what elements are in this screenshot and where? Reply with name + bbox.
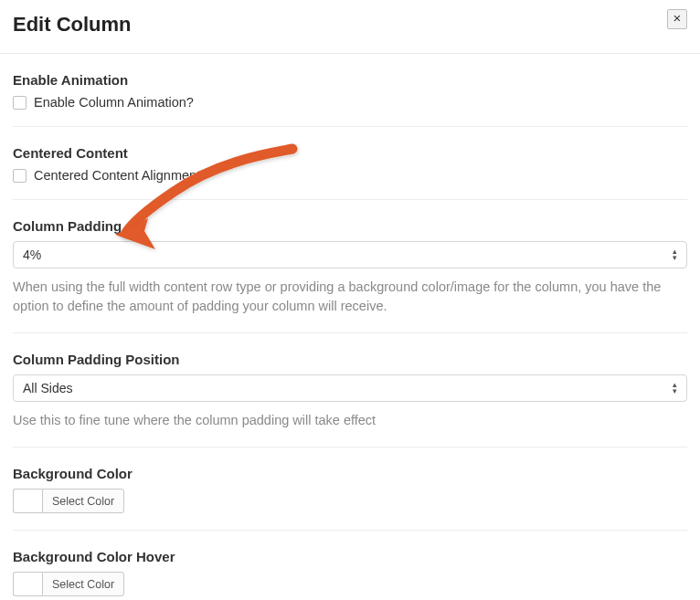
modal-header: Edit Column × (0, 0, 700, 54)
section-column-padding: Column Padding 4% ▴▾ When using the full… (13, 200, 687, 333)
select-color-button[interactable]: Select Color (42, 572, 124, 596)
enable-animation-checkbox-row[interactable]: Enable Column Animation? (13, 95, 687, 110)
section-title: Centered Content (13, 145, 687, 161)
enable-animation-checkbox[interactable] (13, 96, 27, 110)
close-icon: × (673, 10, 682, 26)
modal-title: Edit Column (13, 13, 687, 37)
select-arrows-icon: ▴▾ (668, 380, 681, 396)
color-swatch[interactable] (13, 572, 42, 596)
section-title: Enable Animation (13, 72, 687, 88)
section-column-padding-position: Column Padding Position All Sides ▴▾ Use… (13, 333, 687, 447)
close-button[interactable]: × (667, 9, 687, 29)
select-color-label: Select Color (52, 578, 114, 591)
section-title: Background Color Hover (13, 549, 687, 564)
section-background-color-hover: Background Color Hover Select Color (13, 531, 687, 600)
column-padding-position-helper: Use this to fine tune where the column p… (13, 411, 687, 430)
select-color-button[interactable]: Select Color (42, 489, 124, 513)
centered-content-checkbox[interactable] (13, 169, 27, 183)
section-centered-content: Centered Content Centered Content Alignm… (13, 127, 687, 200)
edit-column-modal: Edit Column × Enable Animation Enable Co… (0, 0, 700, 600)
section-enable-animation: Enable Animation Enable Column Animation… (13, 54, 687, 127)
column-padding-helper: When using the full width content row ty… (13, 278, 687, 316)
column-padding-value: 4% (23, 247, 41, 262)
column-padding-position-select[interactable]: All Sides ▴▾ (13, 374, 687, 402)
select-arrows-icon: ▴▾ (668, 247, 681, 263)
select-color-label: Select Color (52, 495, 114, 508)
enable-animation-label: Enable Column Animation? (34, 95, 194, 110)
column-padding-position-value: All Sides (23, 381, 72, 395)
color-swatch[interactable] (13, 489, 42, 513)
section-title: Column Padding Position (13, 352, 687, 367)
section-title: Background Color (13, 466, 687, 481)
section-title: Column Padding (13, 218, 687, 234)
background-color-picker[interactable]: Select Color (13, 489, 687, 513)
centered-content-checkbox-row[interactable]: Centered Content Alignment (13, 168, 687, 183)
background-color-hover-picker[interactable]: Select Color (13, 572, 687, 596)
column-padding-select[interactable]: 4% ▴▾ (13, 241, 687, 268)
centered-content-label: Centered Content Alignment (34, 168, 200, 183)
section-background-color: Background Color Select Color (13, 447, 687, 531)
modal-body: Enable Animation Enable Column Animation… (0, 54, 700, 600)
